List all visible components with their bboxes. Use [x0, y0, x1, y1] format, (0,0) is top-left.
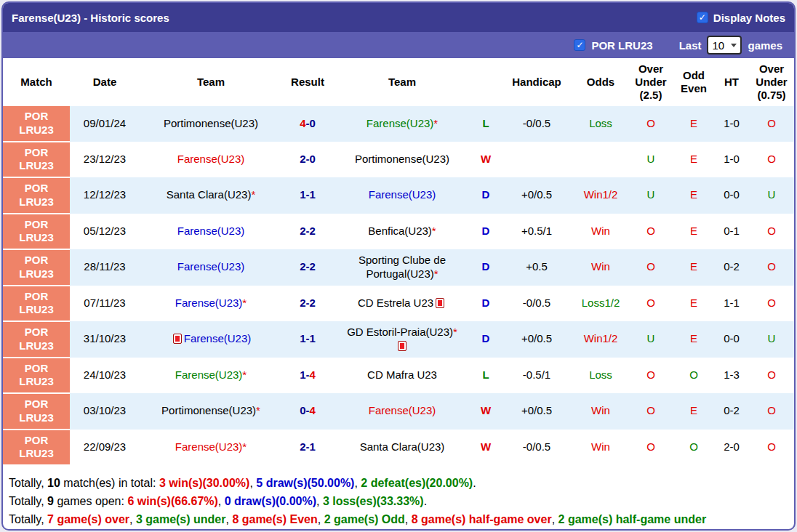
team-name[interactable]: Sporting Clube de Portugal(U23) — [359, 254, 446, 280]
over-under-075: U — [749, 321, 794, 358]
half-time-score: 0-2 — [714, 249, 749, 286]
column-header: OverUnder(0.75) — [749, 58, 794, 106]
team-name[interactable]: Benfica(U23) — [368, 225, 432, 237]
team-name[interactable]: Farense(U23) — [175, 297, 243, 309]
home-team: Portimonense(U23) — [140, 106, 282, 142]
column-header: Result — [282, 58, 333, 106]
over-under-25: O — [628, 106, 673, 142]
team-name[interactable]: Santa Clara(U23) — [360, 440, 445, 453]
over-under-25: O — [628, 358, 673, 394]
match-date: 05/12/23 — [70, 214, 140, 250]
odds-result: Win — [573, 249, 628, 286]
odd-even: E — [673, 142, 714, 178]
result: 1-1 — [282, 177, 333, 214]
result: 2-2 — [282, 214, 333, 250]
half-time-score: 2-0 — [714, 430, 749, 466]
team-name[interactable]: Farense(U23) — [367, 117, 434, 129]
team-name[interactable]: Santa Clara(U23) — [167, 188, 252, 201]
odd-even: E — [673, 286, 714, 322]
team-name[interactable]: GD Estoril-Praia(U23) — [347, 326, 453, 338]
odd-even: E — [673, 177, 714, 214]
over-under-075: U — [749, 177, 794, 214]
team-name[interactable]: Farense(U23) — [369, 404, 436, 416]
star-marker: * — [251, 188, 255, 201]
match-date: 31/10/23 — [70, 321, 140, 358]
odd-even: E — [673, 214, 714, 250]
over-under-25: O — [628, 249, 673, 286]
home-team: Farense(U23)* — [140, 358, 282, 394]
column-header: Date — [70, 58, 140, 106]
home-team: Farense(U23)* — [140, 430, 282, 466]
over-under-075: O — [749, 249, 794, 286]
team-name[interactable]: Portimonense(U23) — [164, 117, 258, 129]
wdl-indicator: D — [471, 286, 500, 322]
league-badge: PORLRU23 — [3, 321, 70, 358]
table-header-row: MatchDateTeamResultTeamHandicapOddsOverU… — [3, 58, 794, 106]
result: 2-2 — [282, 249, 333, 286]
red-card-icon — [398, 341, 406, 351]
away-team: Sporting Clube de Portugal(U23)* — [333, 249, 471, 286]
odds-result: Win1/2 — [573, 321, 628, 358]
match-row: PORLRU2312/12/23Santa Clara(U23)*1-1Fare… — [3, 177, 794, 214]
over-under-075: O — [749, 286, 794, 322]
away-team: CD Mafra U23 — [333, 358, 471, 394]
column-header — [471, 58, 500, 106]
odds-result: Loss1/2 — [573, 286, 628, 322]
result: 2-1 — [282, 430, 333, 466]
last-label: Last — [679, 39, 702, 52]
team-name[interactable]: Farense(U23) — [177, 225, 245, 237]
half-time-score: 0-2 — [714, 393, 749, 430]
odd-even: E — [673, 106, 714, 142]
team-name[interactable]: Farense(U23) — [175, 440, 243, 453]
games-count-select[interactable]: 10 — [707, 36, 742, 55]
column-header: Match — [3, 58, 70, 106]
team-name[interactable]: Farense(U23) — [175, 368, 243, 381]
wdl-indicator: W — [471, 430, 500, 466]
column-header: Handicap — [500, 58, 573, 106]
wdl-indicator: W — [471, 142, 500, 178]
away-team: Farense(U23) — [333, 393, 471, 430]
display-notes-checkbox[interactable] — [697, 12, 708, 23]
column-header: OddEven — [673, 58, 714, 106]
handicap: +0.5/1 — [500, 214, 573, 250]
games-label: games — [748, 39, 782, 52]
team-name[interactable]: CD Estrela U23 — [358, 297, 433, 309]
home-team: Farense(U23) — [140, 321, 282, 358]
match-date: 07/11/23 — [70, 286, 140, 322]
league-badge: PORLRU23 — [3, 393, 70, 430]
over-under-25: O — [628, 214, 673, 250]
home-team: Portimonense(U23)* — [140, 393, 282, 430]
over-under-25: O — [628, 286, 673, 322]
display-notes-control: Display Notes — [697, 12, 785, 24]
star-marker: * — [256, 404, 260, 416]
match-date: 03/10/23 — [70, 393, 140, 430]
team-name[interactable]: Portimonense(U23) — [161, 404, 256, 416]
summary-section: Totally, 10 match(es) in total: 3 win(s)… — [3, 466, 794, 526]
team-name[interactable]: Portimonense(U23) — [355, 153, 449, 165]
wdl-indicator: D — [471, 214, 500, 250]
over-under-075: O — [749, 358, 794, 394]
column-header: HT — [714, 58, 749, 106]
team-name[interactable]: Farense(U23) — [369, 188, 436, 201]
match-date: 28/11/23 — [70, 249, 140, 286]
away-team: Benfica(U23)* — [333, 214, 471, 250]
summary-line-1: Totally, 10 match(es) in total: 3 win(s)… — [9, 477, 788, 490]
team-name[interactable]: Farense(U23) — [184, 332, 252, 344]
team-name[interactable]: CD Mafra U23 — [367, 368, 437, 381]
half-time-score: 0-0 — [714, 177, 749, 214]
league-filter-checkbox[interactable] — [574, 39, 585, 51]
home-team: Farense(U23) — [140, 249, 282, 286]
league-badge: PORLRU23 — [3, 430, 70, 466]
column-header: Team — [140, 58, 282, 106]
odd-even: O — [673, 430, 714, 466]
odds-result: Win — [573, 393, 628, 430]
handicap: -0/0.5 — [500, 286, 573, 322]
over-under-25: U — [628, 321, 673, 358]
team-name[interactable]: Farense(U23) — [177, 260, 245, 273]
half-time-score: 0-0 — [714, 321, 749, 358]
chevron-down-icon — [731, 44, 737, 47]
star-marker: * — [242, 440, 247, 453]
match-date: 22/09/23 — [70, 430, 140, 466]
match-date: 24/10/23 — [70, 358, 140, 394]
team-name[interactable]: Farense(U23) — [177, 153, 245, 165]
